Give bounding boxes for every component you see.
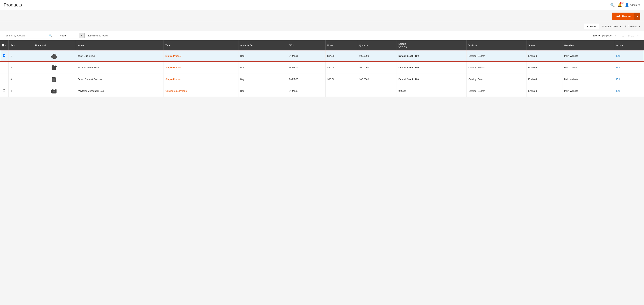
user-dropdown-arrow: ▼: [638, 3, 640, 6]
row-price: $38.00: [326, 73, 357, 85]
columns-button[interactable]: ⚙ Columns ▼: [624, 25, 640, 28]
row-attribute-set: Bag: [238, 85, 287, 97]
search-submit-icon[interactable]: 🔍: [49, 34, 52, 37]
select-all-dropdown-arrow[interactable]: ▼: [5, 44, 7, 46]
th-id[interactable]: ID ↓: [8, 40, 33, 50]
svg-rect-5: [52, 65, 54, 66]
actions-select[interactable]: Actions Delete Change Status Update Attr…: [57, 33, 79, 38]
th-price[interactable]: Price: [326, 40, 357, 50]
filter-funnel-icon: ▼: [586, 25, 589, 28]
top-bar: Products 🔍 🔔 39 👤 admin ▼: [0, 0, 644, 10]
product-thumbnail: [50, 87, 58, 95]
page-number-input[interactable]: [620, 33, 626, 38]
columns-label: Columns: [628, 25, 637, 28]
svg-line-6: [56, 65, 57, 67]
actions-dropdown-arrow[interactable]: ▼: [79, 33, 84, 38]
row-checkbox-2[interactable]: [3, 66, 6, 68]
th-quantity[interactable]: Quantity: [357, 40, 396, 50]
row-salable-quantity: 0.0000: [396, 85, 466, 97]
row-id: 1: [8, 50, 33, 62]
row-quantity: [357, 85, 396, 97]
notification-badge: 39: [620, 2, 624, 4]
row-checkbox-cell: [0, 62, 8, 73]
add-product-button[interactable]: Add Product ▼: [612, 12, 640, 20]
row-visibility: Catalog, Search: [466, 50, 526, 62]
row-websites: Main Website: [562, 85, 614, 97]
row-status: Enabled: [526, 73, 562, 85]
table-row: 2 Strive Shoulder Pack Simple Product Ba…: [0, 62, 644, 73]
row-attribute-set: Bag: [238, 73, 287, 85]
next-arrow-icon: >: [637, 34, 638, 37]
row-visibility: Catalog, Search: [466, 85, 526, 97]
add-product-dropdown-arrow[interactable]: ▼: [634, 12, 640, 20]
edit-link[interactable]: Edit: [616, 66, 620, 69]
row-thumbnail: [33, 50, 76, 62]
row-product-name: Wayfarer Messenger Bag: [76, 85, 164, 97]
product-thumbnail: [50, 52, 58, 60]
th-attribute-set[interactable]: Attribute Set: [238, 40, 287, 50]
records-text: records found: [93, 34, 108, 37]
row-product-type: Simple Product: [164, 73, 238, 85]
filters-button[interactable]: ▼ Filters: [584, 24, 599, 29]
row-product-type: Simple Product: [164, 62, 238, 73]
row-status: Enabled: [526, 85, 562, 97]
row-action: Edit: [614, 62, 644, 73]
th-status[interactable]: Status: [526, 40, 562, 50]
default-view-button[interactable]: 👁 Default View ▼: [602, 25, 622, 28]
svg-rect-12: [53, 79, 55, 81]
product-thumbnail: [50, 75, 58, 83]
notification-bell[interactable]: 🔔 39: [618, 3, 622, 7]
product-thumbnail: [50, 63, 58, 71]
row-thumbnail: [33, 85, 76, 97]
user-avatar-icon: 👤: [625, 3, 629, 7]
select-all-checkbox[interactable]: [2, 44, 4, 46]
edit-link[interactable]: Edit: [616, 78, 620, 81]
row-id: 3: [8, 73, 33, 85]
row-checkbox-3[interactable]: [3, 78, 6, 80]
th-salable-quantity[interactable]: SalableQuantity: [396, 40, 466, 50]
th-websites[interactable]: Websites: [562, 40, 614, 50]
row-sku: 24-MB04: [287, 62, 326, 73]
row-sku: 24-MB03: [287, 73, 326, 85]
svg-rect-4: [52, 66, 56, 70]
table-row: 3 Crown Summit Backpack Simple Product B…: [0, 73, 644, 85]
per-page-select[interactable]: 100 20 50 200: [591, 33, 601, 38]
row-attribute-set: Bag: [238, 62, 287, 73]
row-checkbox-1[interactable]: [3, 54, 6, 57]
filters-label: Filters: [590, 25, 596, 28]
th-name[interactable]: Name: [76, 40, 164, 50]
th-sku[interactable]: SKU: [287, 40, 326, 50]
row-checkbox-cell: [0, 73, 8, 85]
th-type[interactable]: Type: [164, 40, 238, 50]
filter-row: ▼ Filters 👁 Default View ▼ ⚙ Columns ▼: [0, 22, 644, 31]
table-row: 1 Joust Duffle Bag Simple Product Bag 24…: [0, 50, 644, 62]
edit-link[interactable]: Edit: [616, 54, 620, 57]
columns-gear-icon: ⚙: [624, 25, 627, 28]
search-actions-row: 🔍 Actions Delete Change Status Update At…: [0, 31, 644, 40]
prev-arrow-icon: <: [615, 34, 616, 37]
row-product-type: Simple Product: [164, 50, 238, 62]
next-page-button[interactable]: >: [635, 33, 640, 38]
row-checkbox-4[interactable]: [3, 89, 6, 92]
row-websites: Main Website: [562, 73, 614, 85]
edit-link[interactable]: Edit: [616, 90, 620, 92]
search-input[interactable]: [6, 34, 49, 37]
search-icon[interactable]: 🔍: [610, 3, 615, 7]
view-dropdown-arrow: ▼: [620, 25, 622, 28]
prev-page-button[interactable]: <: [613, 33, 618, 38]
row-attribute-set: Bag: [238, 50, 287, 62]
row-price: [326, 85, 357, 97]
table-row: 4 Wayfarer Messenger Bag Configurable Pr…: [0, 85, 644, 97]
select-all-header[interactable]: ▼: [0, 40, 8, 50]
row-visibility: Catalog, Search: [466, 73, 526, 85]
th-visibility[interactable]: Visibility: [466, 40, 526, 50]
row-product-name: Strive Shoulder Pack: [76, 62, 164, 73]
row-sku: 24-MB05: [287, 85, 326, 97]
user-info[interactable]: 👤 admin ▼: [625, 3, 640, 7]
eye-icon: 👁: [602, 25, 604, 28]
th-thumbnail: Thumbnail: [33, 40, 76, 50]
row-salable-quantity: Default Stock: 100: [396, 73, 466, 85]
id-sort-icon: ↓: [14, 44, 15, 46]
page-of-text: of: [628, 34, 630, 37]
row-action: Edit: [614, 50, 644, 62]
